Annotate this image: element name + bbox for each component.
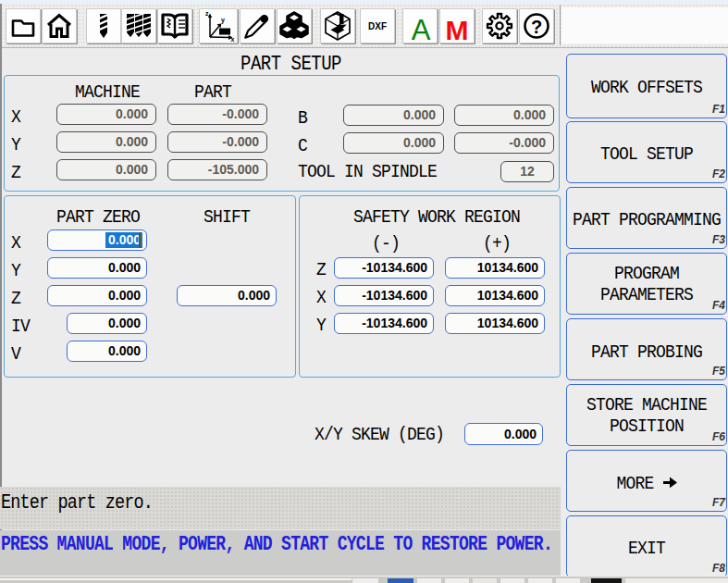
svg-text:M: M (446, 15, 469, 43)
svg-text:x: x (231, 36, 235, 42)
svg-text:DXF: DXF (368, 21, 387, 31)
svg-text:?: ? (530, 17, 541, 37)
svg-text:A: A (412, 14, 431, 43)
svg-text:y: y (221, 17, 225, 24)
svg-text:z: z (205, 10, 209, 17)
